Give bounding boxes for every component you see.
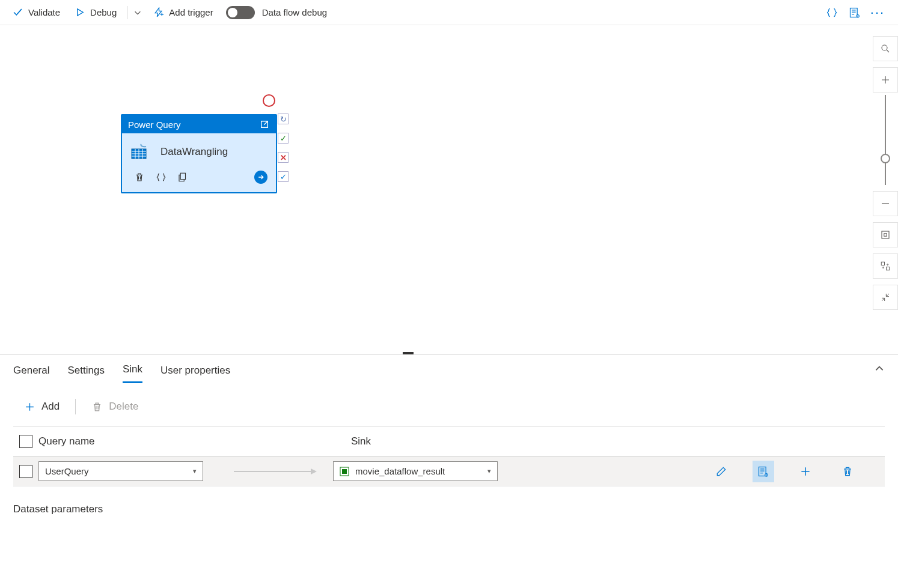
delete-icon[interactable] [134,172,145,183]
add-trigger-label: Add trigger [169,7,213,17]
search-canvas-icon[interactable] [873,36,898,61]
svg-rect-7 [884,234,887,237]
canvas-controls [873,36,898,316]
debug-button[interactable]: Debug [68,4,124,21]
more-icon[interactable]: ··· [868,3,887,22]
tab-sink[interactable]: Sink [123,363,142,383]
zoom-in-icon[interactable] [873,67,898,92]
debug-dropdown[interactable] [130,8,145,17]
add-label: Add [41,401,60,413]
svg-rect-9 [887,267,890,270]
validate-button[interactable]: Validate [5,4,68,21]
activity-type-label: Power Query [128,120,181,130]
dataset-icon [340,467,349,476]
arrow-right-icon[interactable] [254,171,267,184]
data-flow-debug-label: Data flow debug [262,7,327,17]
panel-drag-handle[interactable] [403,352,414,354]
query-value: UserQuery [45,466,89,476]
open-external-icon[interactable] [259,119,270,130]
tab-user-properties[interactable]: User properties [160,365,230,383]
code-braces-icon[interactable] [822,3,841,22]
svg-rect-4 [180,173,185,180]
row-actions [507,461,885,482]
header-sink: Sink [351,435,885,447]
activity-power-query[interactable]: Power Query DataWrangling [121,114,277,193]
chevron-down-icon: ▾ [487,467,491,475]
zoom-slider[interactable] [885,95,886,185]
delete-label: Delete [109,401,138,413]
table-header: Query name Sink [13,426,885,456]
separator [75,399,76,414]
add-trigger-button[interactable]: Add trigger [145,4,221,21]
braces-icon[interactable] [156,172,166,183]
sink-value: movie_dataflow_result [355,466,445,476]
delete-button: Delete [85,398,144,415]
power-query-icon [130,143,151,161]
new-icon[interactable] [795,461,816,482]
edit-icon[interactable] [710,461,732,482]
success-status-icon[interactable]: ✓ [278,133,289,144]
action-row: Add Delete [0,384,898,426]
trash-icon [91,401,103,413]
zoom-out-icon[interactable] [873,191,898,216]
auto-layout-icon[interactable] [873,253,898,279]
fit-screen-icon[interactable] [873,222,898,247]
tab-row: General Settings Sink User properties [0,355,898,384]
failure-status-icon[interactable]: ✕ [278,152,289,163]
header-query-name: Query name [38,435,351,447]
plus-icon [24,401,35,413]
svg-rect-8 [881,262,884,265]
toolbar-right: ··· [822,3,893,22]
toolbar: Validate Debug Add trigger Data flow deb… [0,0,898,25]
sink-select[interactable]: movie_dataflow_result ▾ [333,461,498,481]
redo-icon[interactable]: ↻ [278,114,289,124]
query-select[interactable]: UserQuery ▾ [38,461,203,481]
copy-icon[interactable] [177,172,188,183]
chevron-down-icon: ▾ [193,467,197,475]
svg-rect-12 [342,469,347,474]
activity-header: Power Query [122,115,276,133]
dataset-parameters-heading: Dataset parameters [0,486,898,515]
tab-settings[interactable]: Settings [67,365,104,383]
properties-icon[interactable] [845,3,864,22]
svg-rect-6 [882,231,889,238]
add-button[interactable]: Add [18,398,66,415]
lightning-icon [153,7,163,17]
completion-status-icon[interactable]: ✓ [278,171,289,182]
fullscreen-collapse-icon[interactable] [873,285,898,310]
table-row: UserQuery ▾ movie_dataflow_result ▾ [13,456,885,486]
svg-point-5 [882,45,887,50]
activity-status-strip: ↻ ✓ ✕ ✓ [278,114,289,182]
open-sink-icon[interactable] [753,461,774,482]
data-flow-debug-toggle[interactable] [226,6,255,19]
sink-table: Query name Sink UserQuery ▾ [13,426,885,486]
row-checkbox[interactable] [19,465,32,478]
separator [127,6,127,19]
select-all-checkbox[interactable] [19,435,32,448]
validate-label: Validate [28,7,60,17]
zoom-slider-thumb[interactable] [881,154,890,163]
validation-error-indicator[interactable] [263,94,275,107]
play-icon [76,8,85,17]
check-icon [13,7,23,17]
activity-footer [122,169,276,192]
activity-body: DataWrangling [122,133,276,169]
tab-general[interactable]: General [13,365,49,383]
arrow-connector [219,467,333,476]
property-panel: General Settings Sink User properties Ad… [0,355,898,515]
debug-label: Debug [90,7,117,17]
collapse-panel-icon[interactable] [874,363,885,374]
pipeline-canvas[interactable]: Power Query DataWrangling [0,25,898,355]
row-delete-icon[interactable] [837,461,858,482]
activity-name-label: DataWrangling [160,146,228,158]
